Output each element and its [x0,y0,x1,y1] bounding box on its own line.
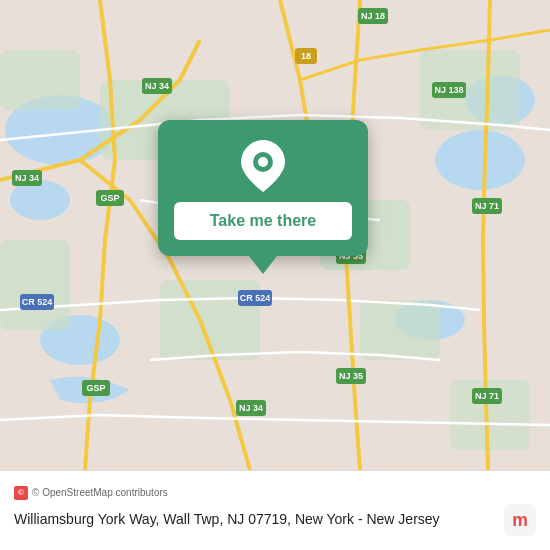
svg-text:NJ 71: NJ 71 [475,201,499,211]
svg-text:CR 524: CR 524 [22,297,53,307]
map-attribution: © © OpenStreetMap contributors [14,486,536,500]
svg-rect-11 [0,240,70,330]
svg-text:NJ 34: NJ 34 [239,403,263,413]
svg-text:NJ 18: NJ 18 [361,11,385,21]
svg-text:CR 524: CR 524 [240,293,271,303]
svg-text:GSP: GSP [100,193,119,203]
svg-text:NJ 34: NJ 34 [15,173,39,183]
svg-point-3 [435,130,525,190]
map-pin-icon [241,140,285,192]
moovit-logo: m [504,504,536,536]
svg-point-44 [258,157,268,167]
svg-text:18: 18 [301,51,311,61]
address-row: Williamsburg York Way, Wall Twp, NJ 0771… [14,504,536,536]
bottom-info-bar: © © OpenStreetMap contributors Williamsb… [0,470,550,550]
svg-rect-13 [0,50,80,110]
svg-rect-10 [360,300,440,360]
location-card: Take me there [158,120,368,256]
address-text: Williamsburg York Way, Wall Twp, NJ 0771… [14,510,504,528]
osm-logo: © [14,486,28,500]
svg-text:m: m [512,510,528,530]
svg-text:GSP: GSP [86,383,105,393]
svg-text:NJ 35: NJ 35 [339,371,363,381]
svg-text:NJ 138: NJ 138 [434,85,463,95]
svg-text:NJ 71: NJ 71 [475,391,499,401]
moovit-icon: m [504,504,536,536]
take-me-there-button[interactable]: Take me there [174,202,352,240]
svg-text:NJ 34: NJ 34 [145,81,169,91]
